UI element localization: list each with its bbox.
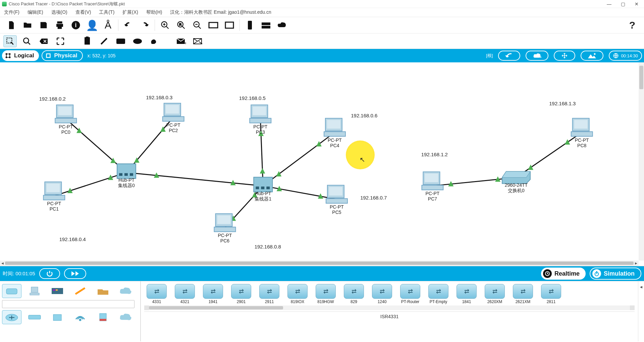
workspace-vertical-scrollbar[interactable] <box>639 62 644 261</box>
custom-devices-button[interactable] <box>221 18 237 32</box>
pc1[interactable]: PC-PTPC1 <box>43 182 65 212</box>
device-item[interactable]: 829 <box>341 284 366 304</box>
redo-button[interactable] <box>137 18 153 32</box>
menu-edit[interactable]: 编辑(E) <box>28 9 43 15</box>
device-item[interactable]: 819IOX <box>285 284 310 304</box>
pc4[interactable]: PC-PTPC4 <box>324 118 345 148</box>
nav-back-button[interactable] <box>498 51 520 61</box>
menu-extensions[interactable]: 扩展(X) <box>122 9 138 15</box>
open-file-button[interactable] <box>19 18 36 32</box>
move-object-button[interactable] <box>554 51 575 61</box>
hub0[interactable]: Hub-PT集线器0 <box>117 164 136 188</box>
category-end-devices[interactable] <box>25 284 44 298</box>
menu-file[interactable]: 文件(F) <box>4 9 19 15</box>
minimize-button[interactable]: — <box>607 1 611 7</box>
pc5[interactable]: PC-PTPC5 <box>326 185 347 215</box>
logical-view-tab[interactable]: Logical <box>2 50 39 61</box>
network-controller-button[interactable] <box>258 18 274 32</box>
pc7[interactable]: PC-PTPC7 <box>422 172 443 202</box>
draw-rect-button[interactable] <box>114 35 127 47</box>
category-multiuser[interactable] <box>116 284 136 298</box>
hub1[interactable]: Hub-PT集线器1 <box>254 177 272 202</box>
maximize-button[interactable]: ▢ <box>621 1 625 7</box>
close-button[interactable]: ✕ <box>635 1 639 7</box>
save-file-button[interactable] <box>36 18 52 32</box>
copy-button[interactable]: 👤 <box>84 18 100 32</box>
device-item[interactable]: 1841 <box>454 284 479 304</box>
pc8[interactable]: PC-PTPC8 <box>571 118 593 148</box>
scenario-collapse-bar[interactable]: ◄ <box>638 281 644 341</box>
menu-help[interactable]: 帮助(H) <box>146 9 162 15</box>
undo-button[interactable] <box>120 18 137 32</box>
subcat-hubs[interactable] <box>48 310 67 324</box>
paste-button[interactable]: Å <box>100 18 116 32</box>
drawing-palette-button[interactable] <box>205 18 221 32</box>
draw-freeform-button[interactable] <box>148 35 161 47</box>
draw-ellipse-button[interactable] <box>131 35 144 47</box>
device-item[interactable]: 2901 <box>229 284 254 304</box>
link[interactable] <box>516 132 582 178</box>
subcat-security[interactable] <box>93 310 113 324</box>
zoom-reset-button[interactable]: R <box>173 18 189 32</box>
inspect-tool-button[interactable] <box>20 35 34 47</box>
device-strip-scrollbar[interactable] <box>144 305 635 310</box>
link[interactable] <box>263 186 337 199</box>
menu-options[interactable]: 选项(O) <box>51 9 67 15</box>
set-background-button[interactable] <box>581 51 603 61</box>
environment-time[interactable]: 00:14:30 <box>609 51 642 61</box>
subcat-routers[interactable] <box>2 310 21 324</box>
help-button[interactable]: ? <box>629 19 641 31</box>
device-item[interactable]: 4321 <box>172 284 197 304</box>
realtime-mode-tab[interactable]: Realtime <box>541 268 586 280</box>
sw0[interactable]: 2960-24TT交换机0 <box>502 171 530 193</box>
workspace-horizontal-scrollbar[interactable]: ◄► <box>0 261 639 266</box>
select-tool-button[interactable] <box>3 35 17 47</box>
menu-view[interactable]: 查看(V) <box>75 9 91 15</box>
category-components[interactable] <box>48 284 67 298</box>
subcat-switches[interactable] <box>25 310 44 324</box>
iot-button[interactable] <box>274 18 290 32</box>
menu-tools[interactable]: 工具(T) <box>99 9 114 15</box>
resize-tool-button[interactable] <box>54 35 67 47</box>
pc6[interactable]: PC-PTPC6 <box>214 214 236 243</box>
place-note-button[interactable] <box>80 35 94 47</box>
workspace[interactable]: 192.168.0.2PC-PTPC0192.168.0.4PC-PTPC119… <box>0 62 639 261</box>
pc2[interactable]: PC-PTPC2 <box>163 103 184 133</box>
device-item[interactable]: 2620XM <box>482 284 507 304</box>
category-network-devices[interactable] <box>2 284 21 298</box>
device-item[interactable]: 1240 <box>370 284 394 304</box>
device-item[interactable]: PT-Empty <box>426 284 451 304</box>
link[interactable] <box>263 132 335 186</box>
subcat-wireless[interactable] <box>70 310 90 324</box>
delete-tool-button[interactable] <box>37 35 50 47</box>
print-button[interactable] <box>52 18 68 32</box>
topology-canvas[interactable]: 192.168.0.2PC-PTPC0192.168.0.4PC-PTPC119… <box>0 62 639 261</box>
fast-forward-button[interactable] <box>64 268 86 279</box>
category-connections[interactable] <box>70 284 90 298</box>
add-simple-pdu-button[interactable]: + <box>174 35 188 47</box>
device-item[interactable]: 1941 <box>201 284 225 304</box>
device-item[interactable]: 2811 <box>539 284 564 304</box>
device-item[interactable]: PT-Router <box>398 284 423 304</box>
power-cycle-button[interactable] <box>39 268 60 279</box>
category-miscellaneous[interactable] <box>93 284 113 298</box>
draw-line-button[interactable] <box>97 35 111 47</box>
device-item[interactable]: 4331 <box>144 284 169 304</box>
zoom-out-button[interactable] <box>189 18 205 32</box>
device-item[interactable]: 819HGW <box>313 284 338 304</box>
new-cluster-button[interactable]: + <box>526 51 548 61</box>
pc3[interactable]: PC-PTPC3 <box>250 105 271 135</box>
subcat-wan[interactable] <box>116 310 136 324</box>
device-item[interactable]: 2621XM <box>511 284 535 304</box>
link[interactable] <box>54 172 126 196</box>
zoom-in-button[interactable] <box>157 18 173 32</box>
add-complex-pdu-button[interactable] <box>191 35 205 47</box>
simulation-mode-tab[interactable]: Simulation <box>590 268 641 280</box>
pc0[interactable]: PC-PTPC0 <box>55 105 76 135</box>
link[interactable] <box>126 172 263 186</box>
device-item[interactable]: 2911 <box>257 284 282 304</box>
activity-wizard-button[interactable]: i <box>68 18 84 32</box>
device-search-input[interactable] <box>2 300 135 308</box>
device-template-button[interactable] <box>242 18 258 32</box>
new-file-button[interactable] <box>3 18 19 32</box>
